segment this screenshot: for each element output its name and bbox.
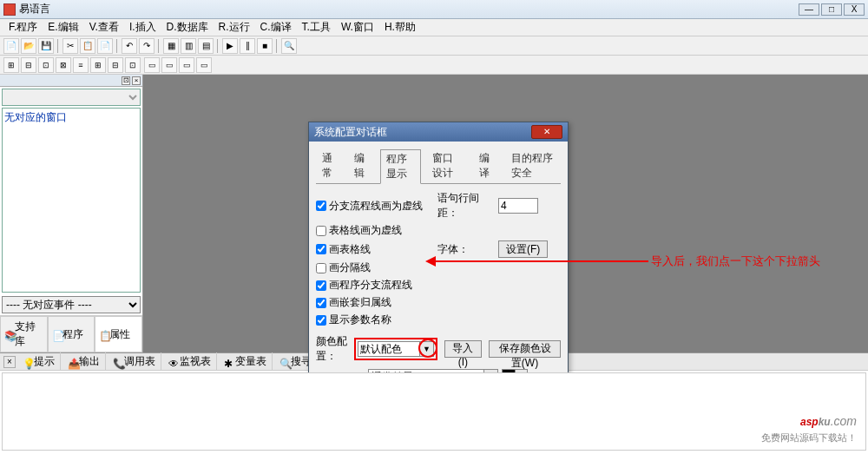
dialog-titlebar[interactable]: 系统配置对话框 ✕ [309,122,568,142]
program-icon: 📄 [52,330,61,339]
new-icon[interactable]: 📄 [3,38,19,54]
view2-icon[interactable]: ▥ [181,38,196,54]
maximize-button[interactable]: □ [821,3,842,16]
color-combo-dropdown-arrow[interactable]: ▼ [420,341,434,357]
checkbox[interactable] [316,298,326,308]
hint-icon: 💡 [23,358,31,366]
menu-help[interactable]: H.帮助 [379,18,421,36]
check-branch-dashed[interactable]: 分支流程线画为虚线 [316,199,437,214]
tb2-3[interactable]: ⊡ [38,57,54,73]
sidebar-event-select[interactable]: ---- 无对应事件 ---- [2,296,141,313]
tb2-2[interactable]: ⊟ [21,57,36,73]
bottom-tab-label: 输出 [79,354,100,369]
stop-icon[interactable]: ■ [257,38,273,54]
sidebar-combo-select[interactable] [2,89,141,106]
window-buttons: — □ X [799,3,865,16]
check-draw-nested[interactable]: 画嵌套归属线 [316,295,437,310]
menu-insert[interactable]: I.插入 [124,18,161,36]
bottom-tab-hint[interactable]: 💡提示 [17,352,61,371]
undo-icon[interactable]: ↶ [122,38,137,54]
tb2-5[interactable]: ≡ [73,57,89,73]
menu-database[interactable]: D.数据库 [161,18,214,36]
menu-tools[interactable]: T.工具 [297,18,336,36]
tb2-12[interactable]: ▭ [196,57,212,73]
tb2-1[interactable]: ⊞ [3,57,19,73]
tb2-10[interactable]: ▭ [161,57,177,73]
bottom-tab-watch[interactable]: 👁监视表 [163,352,217,371]
check-draw-grid[interactable]: 画表格线 [316,242,437,257]
dialog-tabs: 通常 编辑 程序显示 窗口设计 编译 目的程序安全 [316,148,561,184]
copy-icon[interactable]: 📋 [80,38,95,54]
import-button[interactable]: 导入(I) [444,340,482,358]
tb2-11[interactable]: ▭ [179,57,194,73]
check-show-param-names[interactable]: 显示参数名称 [316,313,437,327]
check-label: 画分隔线 [329,260,371,275]
cut-icon[interactable]: ✂ [62,38,78,54]
dialog-title: 系统配置对话框 [314,125,531,140]
search-icon: 🔍 [279,358,288,366]
sidebar-tab-properties[interactable]: 📋属性 [95,316,142,352]
save-icon[interactable]: 💾 [38,38,54,54]
app-icon [3,3,16,16]
watch-icon: 👁 [168,358,177,366]
open-icon[interactable]: 📂 [21,38,36,54]
bottom-tab-output[interactable]: 📤输出 [62,352,106,371]
menu-view[interactable]: V.查看 [84,18,124,36]
checkbox[interactable] [316,315,326,326]
tab-window-design[interactable]: 窗口设计 [426,148,468,183]
menu-run[interactable]: R.运行 [214,18,255,36]
sidebar-tab-library[interactable]: 📚支持库 [0,316,48,352]
tab-edit[interactable]: 编辑 [348,148,375,183]
view-icon[interactable]: ▦ [163,38,179,54]
tab-general[interactable]: 通常 [316,148,343,183]
color-config-row: 颜色配置： 默认配色 ▼ 导入(I) 保存颜色设置(W) [316,334,561,364]
redo-icon[interactable]: ↷ [139,38,155,54]
sidebar-tab-label: 支持库 [15,319,43,349]
tb2-7[interactable]: ⊟ [108,57,123,73]
watermark: aspku.com 免费网站源码下载站！ [761,404,857,445]
check-grid-dashed[interactable]: 表格线画为虚线 [316,223,437,238]
bottom-tab-vars[interactable]: ✱变量表 [219,352,273,371]
check-draw-branch[interactable]: 画程序分支流程线 [316,278,437,293]
checkbox[interactable] [316,263,326,273]
menu-compile[interactable]: C.编译 [255,18,297,36]
bottom-content: aspku.com 免费网站源码下载站！ [2,372,866,451]
tb2-4[interactable]: ⊠ [56,57,71,73]
font-settings-button[interactable]: 设置(F) [498,240,548,258]
menu-program[interactable]: F.程序 [3,18,43,36]
save-color-button[interactable]: 保存颜色设置(W) [489,340,561,358]
color-scheme-combo[interactable]: 默认配色 [358,341,420,357]
bottom-close-icon[interactable]: × [3,356,16,368]
bottom-tab-calls[interactable]: 📞调用表 [108,352,161,371]
check-draw-separator[interactable]: 画分隔线 [316,260,437,275]
menu-window[interactable]: W.窗口 [336,18,379,36]
sidebar-pin-icon[interactable]: ⊡ [122,76,130,85]
sidebar-combo[interactable] [2,89,141,106]
sidebar-close-icon[interactable]: × [132,76,141,85]
checkbox[interactable] [316,244,326,254]
dialog-close-button[interactable]: ✕ [531,125,562,139]
checkbox[interactable] [316,226,326,236]
checkbox[interactable] [316,280,326,291]
menu-edit[interactable]: E.编辑 [43,18,83,36]
tab-compile[interactable]: 编译 [473,148,500,183]
sidebar-event-combo[interactable]: ---- 无对应事件 ---- [2,296,141,313]
tab-display[interactable]: 程序显示 [380,149,422,184]
paste-icon[interactable]: 📄 [97,38,113,54]
run-icon[interactable]: ▶ [222,38,238,54]
check-label: 画表格线 [329,242,371,257]
tab-security[interactable]: 目的程序安全 [505,148,561,183]
checkbox[interactable] [316,201,326,211]
view3-icon[interactable]: ▤ [198,38,214,54]
sidebar-header: ⊡ × [0,75,142,87]
tb2-9[interactable]: ▭ [144,57,160,73]
close-button[interactable]: X [844,3,865,16]
spacing-input[interactable] [498,198,538,214]
sidebar-tab-program[interactable]: 📄程序 [48,316,95,352]
find-icon[interactable]: 🔍 [281,38,297,54]
pause-icon[interactable]: ‖ [240,38,255,54]
minimize-button[interactable]: — [799,3,819,16]
tb2-8[interactable]: ⊡ [125,57,141,73]
toolbar-main: 📄 📂 💾 ✂ 📋 📄 ↶ ↷ ▦ ▥ ▤ ▶ ‖ ■ 🔍 [0,36,868,56]
tb2-6[interactable]: ⊞ [90,57,106,73]
